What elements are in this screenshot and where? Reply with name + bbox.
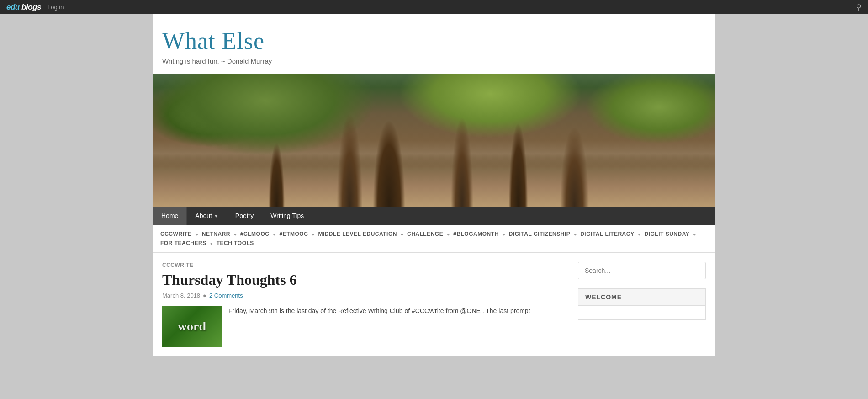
nav-dot-6: ● bbox=[447, 232, 450, 237]
site-header: What Else Writing is hard fun. ~ Donald … bbox=[153, 14, 715, 74]
nav-dot-10: ● bbox=[693, 232, 696, 237]
main-content: CCCWRITE Thursday Thoughts 6 March 8, 20… bbox=[162, 262, 564, 347]
hero-trees-overlay bbox=[153, 74, 715, 207]
secondary-nav-netnarr[interactable]: NETNARR bbox=[199, 229, 233, 239]
post-thumbnail: word bbox=[162, 306, 222, 347]
secondary-nav-for-teachers[interactable]: FOR TEACHERS bbox=[158, 239, 209, 248]
post-thumbnail-text: word bbox=[178, 319, 206, 334]
topbar-search-icon[interactable]: ⚲ bbox=[856, 3, 862, 11]
post-comments-link[interactable]: 2 Comments bbox=[209, 292, 243, 299]
secondary-nav-cccwrite[interactable]: CCCWRITE bbox=[158, 229, 195, 239]
nav-dot-1: ● bbox=[196, 232, 198, 237]
post-meta: March 8, 2018 ● 2 Comments bbox=[162, 292, 564, 299]
nav-item-home[interactable]: Home bbox=[153, 207, 187, 225]
secondary-nav-digital-citizenship[interactable]: DIGITAL CITIZENSHIP bbox=[506, 229, 573, 239]
secondary-nav-blogamonth[interactable]: #BLOGAMONTH bbox=[450, 229, 502, 239]
main-wrapper: What Else Writing is hard fun. ~ Donald … bbox=[153, 14, 715, 356]
post-category: CCCWRITE bbox=[162, 262, 564, 268]
hero-image bbox=[153, 74, 715, 207]
topbar-logo-area: edu blogs Log in bbox=[6, 2, 64, 12]
topbar: edu blogs Log in ⚲ bbox=[0, 0, 868, 14]
secondary-nav-digital-literacy[interactable]: DIGITAL LITERACY bbox=[577, 229, 637, 239]
content-area: CCCWRITE Thursday Thoughts 6 March 8, 20… bbox=[153, 253, 715, 356]
edublogs-logo[interactable]: edu blogs bbox=[6, 2, 43, 12]
sidebar: WELCOME bbox=[578, 262, 706, 347]
post-content-area: word Friday, March 9th is the last day o… bbox=[162, 306, 564, 347]
nav-dot-9: ● bbox=[638, 232, 640, 237]
post-title: Thursday Thoughts 6 bbox=[162, 271, 564, 288]
nav-dot-8: ● bbox=[574, 232, 577, 237]
svg-text:blogs: blogs bbox=[21, 3, 41, 11]
nav-item-poetry[interactable]: Poetry bbox=[227, 207, 262, 225]
secondary-nav: CCCWRITE ● NETNARR ● #CLMOOC ● #ETMOOC ●… bbox=[153, 225, 715, 253]
welcome-widget-title: WELCOME bbox=[578, 288, 706, 305]
site-title: What Else bbox=[162, 27, 706, 54]
login-link[interactable]: Log in bbox=[48, 4, 64, 11]
main-nav: Home About ▼ Poetry Writing Tips bbox=[153, 207, 715, 225]
svg-text:edu: edu bbox=[6, 3, 20, 11]
post-excerpt: Friday, March 9th is the last day of the… bbox=[228, 306, 530, 347]
post-date: March 8, 2018 bbox=[162, 292, 200, 299]
search-input[interactable] bbox=[578, 262, 706, 279]
secondary-nav-tech-tools[interactable]: TECH TOOLS bbox=[214, 239, 257, 248]
about-dropdown-arrow: ▼ bbox=[214, 213, 218, 218]
site-tagline: Writing is hard fun. ~ Donald Murray bbox=[162, 57, 706, 65]
nav-dot-5: ● bbox=[401, 232, 403, 237]
nav-dot-7: ● bbox=[503, 232, 505, 237]
nav-dot-11: ● bbox=[210, 241, 213, 246]
nav-item-writing-tips[interactable]: Writing Tips bbox=[262, 207, 312, 225]
post-article: CCCWRITE Thursday Thoughts 6 March 8, 20… bbox=[162, 262, 564, 347]
secondary-nav-clmooc[interactable]: #CLMOOC bbox=[238, 229, 272, 239]
nav-dot-3: ● bbox=[273, 232, 275, 237]
secondary-nav-challenge[interactable]: CHALLENGE bbox=[404, 229, 446, 239]
nav-dot-4: ● bbox=[312, 232, 314, 237]
secondary-nav-diglit-sunday[interactable]: DIGLIT SUNDAY bbox=[641, 229, 692, 239]
welcome-widget-content bbox=[578, 305, 706, 320]
nav-item-about[interactable]: About ▼ bbox=[187, 207, 227, 225]
secondary-nav-etmooc[interactable]: #ETMOOC bbox=[276, 229, 311, 239]
secondary-nav-middle-level[interactable]: MIDDLE LEVEL EDUCATION bbox=[315, 229, 400, 239]
nav-dot-2: ● bbox=[234, 232, 237, 237]
post-meta-separator: ● bbox=[203, 292, 206, 299]
